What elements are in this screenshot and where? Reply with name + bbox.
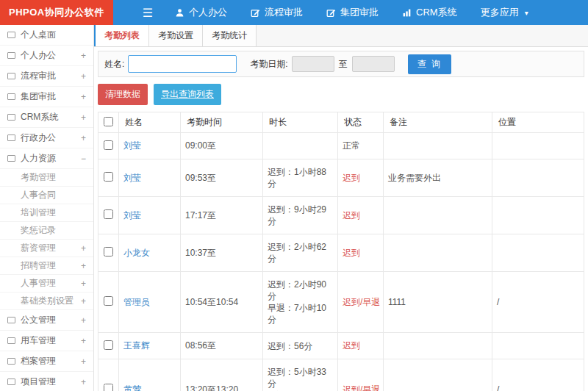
name-cell: 小龙女 — [119, 234, 181, 272]
table-row: 刘莹09:00至正常 — [98, 133, 584, 159]
tab-attendance-list[interactable]: 考勤列表 — [94, 25, 149, 46]
row-checkbox[interactable] — [104, 209, 113, 219]
nav-item-workflow-approval[interactable]: 流程审批 — [239, 0, 315, 25]
expand-icon[interactable]: + — [81, 92, 86, 102]
employee-name-link[interactable]: 管理员 — [123, 297, 150, 307]
expand-icon[interactable]: + — [81, 356, 86, 367]
sidebar-item-reward-records[interactable]: 奖惩记录 — [0, 222, 93, 240]
nav-item-label: 集团审批 — [340, 6, 379, 19]
expand-icon[interactable]: + — [81, 336, 86, 346]
tab-attendance-settings[interactable]: 考勤设置 — [149, 25, 203, 46]
tab-attendance-statistics[interactable]: 考勤统计 — [203, 25, 257, 46]
sidebar-item-desktop[interactable]: 个人桌面 — [0, 25, 93, 46]
location-cell — [492, 159, 584, 197]
employee-name-link[interactable]: 王喜辉 — [123, 340, 150, 351]
expand-icon[interactable]: + — [81, 261, 86, 271]
table-body: 刘莹09:00至正常刘莹09:53至迟到：1小时88分迟到业务需要外出刘莹17:… — [98, 133, 584, 391]
date-to-input[interactable] — [352, 56, 395, 72]
sidebar-item-admin-office[interactable]: 行政办公+ — [0, 128, 93, 148]
row-checkbox[interactable] — [104, 384, 113, 391]
remark-cell — [384, 197, 492, 234]
sidebar-item-personnel-contract[interactable]: 人事合同 — [0, 187, 93, 204]
nav-item-label: 更多应用 — [481, 6, 519, 19]
hamburger-menu-icon[interactable]: ☰ — [132, 0, 163, 25]
sidebar-item-group-approval[interactable]: 集团审批+ — [0, 87, 93, 107]
sidebar-item-label: CRM系统 — [21, 111, 78, 123]
layout: 个人桌面个人办公+流程审批+集团审批+CRM系统+行政办公+人力资源−考勤管理人… — [0, 25, 588, 391]
location-cell: / — [492, 359, 584, 391]
duration-line: 迟到：56分 — [268, 340, 333, 352]
sidebar: 个人桌面个人办公+流程审批+集团审批+CRM系统+行政办公+人力资源−考勤管理人… — [0, 25, 94, 391]
sidebar-item-recruitment-management[interactable]: 招聘管理+ — [0, 257, 93, 275]
sidebar-item-project-management[interactable]: 项目管理+ — [0, 372, 93, 391]
employee-name-link[interactable]: 刘莹 — [123, 210, 141, 220]
time-cell: 10:54至10:54 — [181, 272, 263, 333]
select-all-checkbox[interactable] — [104, 117, 113, 126]
expand-icon[interactable]: + — [81, 296, 86, 306]
expand-icon[interactable]: + — [81, 243, 86, 254]
nav-item-personal-office[interactable]: 个人办公 — [163, 0, 239, 25]
nav-item-group-approval[interactable]: 集团审批 — [315, 0, 390, 25]
attendance-date-label: 考勤日期: — [250, 58, 287, 71]
sidebar-item-label: 个人桌面 — [21, 29, 86, 41]
location-cell — [492, 197, 584, 234]
sidebar-item-personal-office[interactable]: 个人办公+ — [0, 46, 93, 66]
expand-icon[interactable]: + — [81, 71, 86, 82]
status-cell: 迟到 — [338, 159, 384, 197]
nav-item-more-apps[interactable]: 更多应用▾ — [469, 0, 540, 25]
expand-icon[interactable]: + — [81, 279, 86, 289]
attendance-table: 姓名考勤时间时长状态备注位置 刘莹09:00至正常刘莹09:53至迟到：1小时8… — [98, 112, 584, 391]
query-button[interactable]: 查 询 — [408, 54, 451, 74]
nav-item-crm-system[interactable]: CRM系统 — [390, 0, 469, 25]
workflow-approval-icon — [7, 73, 15, 79]
expand-icon[interactable]: + — [81, 133, 86, 143]
sidebar-item-archive-management[interactable]: 档案管理+ — [0, 351, 93, 372]
clean-data-button[interactable]: 清理数据 — [98, 84, 148, 105]
column-header-location: 位置 — [492, 112, 584, 133]
sidebar-item-attendance-management[interactable]: 考勤管理 — [0, 169, 93, 187]
row-checkbox[interactable] — [104, 247, 113, 257]
row-checkbox[interactable] — [104, 172, 113, 182]
duration-cell — [263, 133, 338, 159]
sidebar-item-label: 项目管理 — [21, 376, 78, 388]
collapse-icon[interactable]: − — [81, 154, 86, 164]
status-cell: 迟到 — [338, 197, 384, 234]
sidebar-item-label: 考勤管理 — [21, 171, 86, 184]
employee-name-link[interactable]: 刘莹 — [123, 140, 141, 151]
nav-item-label: 流程审批 — [265, 6, 303, 19]
project-management-icon — [7, 379, 15, 385]
expand-icon[interactable]: + — [81, 315, 86, 326]
name-cell: 刘莹 — [119, 159, 181, 197]
row-checkbox[interactable] — [104, 296, 113, 306]
sidebar-item-salary-management[interactable]: 薪资管理+ — [0, 240, 93, 257]
export-query-list-button[interactable]: 导出查询列表 — [154, 84, 221, 105]
employee-name-link[interactable]: 刘莹 — [123, 173, 141, 183]
date-from-input[interactable] — [292, 56, 334, 72]
sidebar-item-personnel-management[interactable]: 人事管理+ — [0, 275, 93, 293]
employee-name-link[interactable]: 黄莺 — [123, 384, 141, 391]
sidebar-item-base-category-settings[interactable]: 基础类别设置+ — [0, 293, 93, 310]
sidebar-item-crm-system[interactable]: CRM系统+ — [0, 107, 93, 128]
main-content: 考勤列表考勤设置考勤统计 姓名: 考勤日期: 至 查 询 清理数据 导出查询列表… — [94, 25, 588, 391]
expand-icon[interactable]: + — [81, 377, 86, 387]
expand-icon[interactable]: + — [81, 112, 86, 123]
row-checkbox[interactable] — [104, 140, 113, 150]
remark-cell — [384, 133, 492, 159]
name-label: 姓名: — [104, 58, 124, 71]
status-badge: 正常 — [343, 140, 360, 151]
employee-name-link[interactable]: 小龙女 — [123, 248, 150, 258]
status-cell: 迟到 — [338, 234, 384, 272]
sidebar-item-human-resources[interactable]: 人力资源− — [0, 148, 93, 169]
sidebar-item-label: 人事合同 — [21, 189, 86, 201]
row-checkbox-cell — [98, 159, 119, 197]
sidebar-item-training-management[interactable]: 培训管理 — [0, 204, 93, 222]
sidebar-item-document-management[interactable]: 公文管理+ — [0, 310, 93, 331]
time-cell: 09:53至 — [181, 159, 263, 197]
name-input[interactable] — [128, 55, 237, 73]
sidebar-item-workflow-approval[interactable]: 流程审批+ — [0, 66, 93, 87]
expand-icon[interactable]: + — [81, 51, 86, 61]
sidebar-item-vehicle-management[interactable]: 用车管理+ — [0, 331, 93, 351]
sidebar-item-label: 行政办公 — [21, 132, 78, 144]
row-checkbox[interactable] — [104, 340, 113, 350]
remark-cell: 业务需要外出 — [384, 159, 492, 197]
